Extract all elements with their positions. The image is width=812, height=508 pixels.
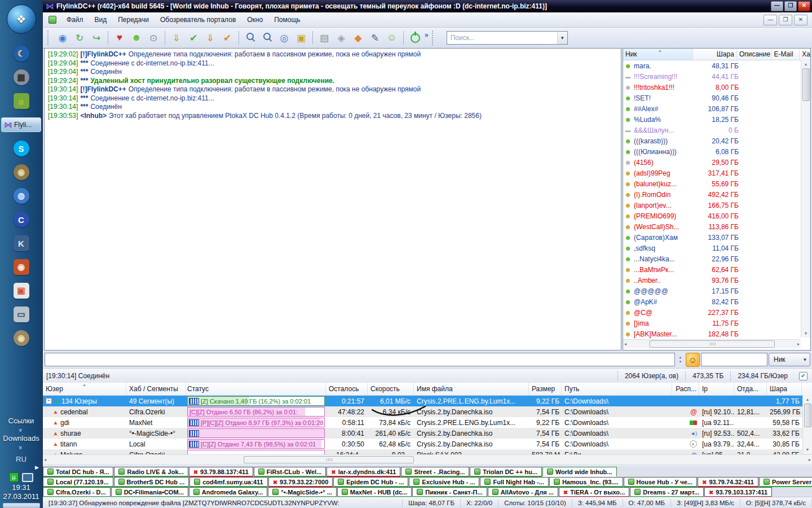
user-row[interactable]: ☻ [ABK]Master... 182,48 ГБ [623,329,810,339]
scroll-down-arrow[interactable]: ▾ [806,445,809,454]
favorite-hubs-icon[interactable]: ♥ [111,30,128,46]
scroll-thumb[interactable] [244,456,414,463]
computer-icon[interactable]: ▭ [14,306,29,322]
hub-chat-log[interactable]: [19:29:02][!]FlylinkDC++Определение типа… [44,48,621,351]
hub-tab[interactable]: Hamous_Inc. (93.... [549,477,623,487]
user-row[interactable]: ☻ mara. 48,31 ГБ [623,60,810,71]
maximize-button[interactable]: ❐ [784,1,797,11]
scroll-up-arrow[interactable]: ▴ [805,60,807,68]
browser-icon[interactable]: ☾ [14,46,29,62]
toolbar-separator[interactable] [165,31,165,45]
transfer-row[interactable]: cedenbal Cifra.Ozerki [C][Z] Отдано 6,50… [43,406,812,417]
away-icon[interactable]: ☺ [383,30,400,46]
hub-tab[interactable]: Epidem DC Hub - ... [333,477,408,487]
hub-tab[interactable]: FiRst-CLub - Wel... [254,467,326,477]
input-spinner[interactable]: ▴▾ [676,353,685,366]
hidden-icons-arrow[interactable]: ▶ [35,465,39,470]
waiting-users-icon[interactable]: ⇓ [202,30,219,46]
column-header-email[interactable]: E-Mail [772,49,800,60]
favorite-users-icon[interactable]: ☻ [128,30,145,46]
toolbar-separator[interactable] [403,31,404,45]
scroll-left-arrow[interactable]: ◂ [624,340,626,348]
gallery-icon[interactable]: ▣ [14,283,29,299]
transfer-row[interactable]: gdi MaxNet [P][C][Z] Отдано 8,97 ГБ (97,… [43,417,812,428]
user-row[interactable]: ☻ (((Юлианна))) 6,08 ГБ [623,146,810,157]
user-row[interactable]: ☻ (I).RomOdin 492,42 ГБ [623,189,810,200]
user-list-hscrollbar[interactable]: ◂ ▸ [623,339,801,348]
minimize-button[interactable]: — [771,1,783,11]
hub-tab[interactable]: cod4mf.sumy.ua:411 [189,477,267,487]
child-restore-button[interactable]: ❐ [779,15,792,25]
hub-tab[interactable]: Triolan DC ++ hu... [470,467,542,477]
hub-tab[interactable]: Пикник - Санкт-П... [412,487,487,497]
searchbar-grip[interactable] [432,30,435,45]
emoticon-button[interactable]: ☺ [686,353,700,367]
hub-tab[interactable]: lar-x.dyndns.dk:411 [326,467,400,477]
transfer-row[interactable]: +134 Юзеры 49 Сегмент(ы) [Z] Скачано 1,4… [43,396,812,406]
user-row[interactable]: ☻ ,sdfksq 11,04 ГБ [623,243,810,253]
search-spy-icon[interactable]: ◎ [276,30,293,46]
transfers-vscrollbar[interactable]: ▴ ▾ [802,395,812,454]
menu-item[interactable]: Окно [241,16,268,24]
user-row[interactable]: ☻ (Саратов)Хам 133,07 ГБ [623,232,810,243]
user-row[interactable]: ☻ (balunet)kuz... 55,69 ГБ [623,178,810,189]
hub-tab[interactable]: MaxNet - HUB (dc... [337,487,412,497]
menu-item[interactable]: Обозреватель порталов [155,16,241,24]
menu-item[interactable]: Передачи [112,16,155,24]
hash-progress-icon[interactable]: ◆ [350,30,367,46]
column-header-hub[interactable]: Ха [800,49,810,60]
hub-tab[interactable]: Power Server - 2 [759,477,812,487]
hub-tab[interactable]: BrotherS DC Hub ... [114,477,189,487]
eye-viewer-icon[interactable]: ◉ [14,259,29,275]
column-header-filename[interactable]: Имя файла [414,383,529,395]
user-row[interactable]: ☻ ...ВаМпиРк... 62,64 ГБ [623,264,810,275]
hub-tab[interactable]: House Hub - У че... [624,477,697,487]
hub-tab[interactable]: Dreams - 27 март... [630,487,704,497]
title-bar[interactable]: ⋈ FlylinkDC++ (r402)-x64 build 5645 - [W… [43,0,812,12]
hub-tab[interactable]: 93.79.103.137:411 [704,487,772,497]
expand-toggle[interactable] [46,441,51,446]
media-player-icon[interactable]: ▦ [14,69,29,85]
child-close-button[interactable]: ✕ [794,15,807,25]
scroll-thumb[interactable] [650,340,775,348]
scroll-right-arrow[interactable]: ▸ [809,456,811,464]
transfer-row[interactable]: shurae °•-MagicSide-•° 8:00:41 261,40 кБ… [43,428,812,439]
follow-redirect-icon[interactable]: ↪ [88,30,105,46]
expand-toggle[interactable] [46,431,51,436]
user-row[interactable]: ☻ ##Alex# 106,87 ГБ [623,103,810,114]
user-row[interactable]: ☻ @C@ 227,37 ГБ [623,307,810,318]
user-filter-input[interactable] [701,353,767,366]
links-toolbar-label[interactable]: Ссылки [8,417,34,425]
dcplusplus-icon[interactable]: ◈ [333,30,350,46]
column-header-nick[interactable]: ▲Ник [623,49,693,60]
filter-column-combo[interactable]: Ник ▼ [769,353,810,366]
hub-tab[interactable]: Full Night Hab -... [480,477,548,487]
user-row[interactable]: ☻ (((karasb))) 20,42 ГБ [623,135,810,146]
tray-date[interactable]: 27.03.2011 [3,492,39,501]
hub-tab[interactable]: DC•Filimania•COM... [111,487,188,497]
network-tray-icon[interactable] [22,473,33,482]
shutdown-icon[interactable] [407,30,423,46]
hub-tab[interactable]: Radio LIVE & Jok... [114,467,188,477]
column-header-ip[interactable]: Ip [699,383,734,395]
download-queue-icon[interactable]: ⇓ [168,30,185,46]
show-desktop-button[interactable] [3,503,40,508]
scroll-thumb[interactable] [804,404,811,427]
combo-dropdown-arrow[interactable]: ▼ [800,353,810,366]
hub-tab[interactable]: Total DC hub - Я... [43,467,113,477]
column-header-location[interactable]: Расп... [672,383,699,395]
expand-toggle[interactable] [46,420,51,425]
user-row[interactable]: ▬ &&&Шалун... 0 Б [623,125,810,135]
user-row[interactable]: ☻ (WestCall)Sh... 113,86 ГБ [623,221,810,232]
scroll-right-arrow[interactable]: ▸ [797,340,800,348]
globe-icon[interactable]: ◍ [14,188,29,204]
utorrent-tray-icon[interactable]: µ [9,472,19,482]
user-row[interactable]: ☻ !SET! 90,46 ГБ [623,93,810,103]
reconnect-icon[interactable]: ↻ [71,30,88,46]
search-icon[interactable] [242,30,259,46]
expand-toggle[interactable] [46,452,51,454]
language-indicator[interactable]: RU [16,455,27,463]
hub-tab[interactable]: AllAvtovo - Для ... [488,487,558,497]
quick-connect-icon[interactable]: ◉ [54,30,71,46]
transfer-row[interactable]: Maluga... Cifra.Ozerki 16:34:4... 9,03..… [43,449,812,454]
